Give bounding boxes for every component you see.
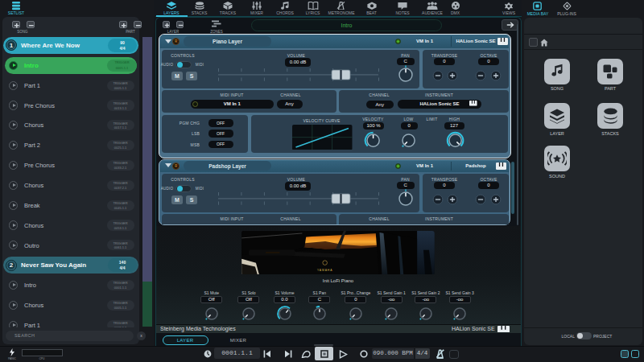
svg-text:YAMAHA: YAMAHA	[317, 269, 332, 272]
